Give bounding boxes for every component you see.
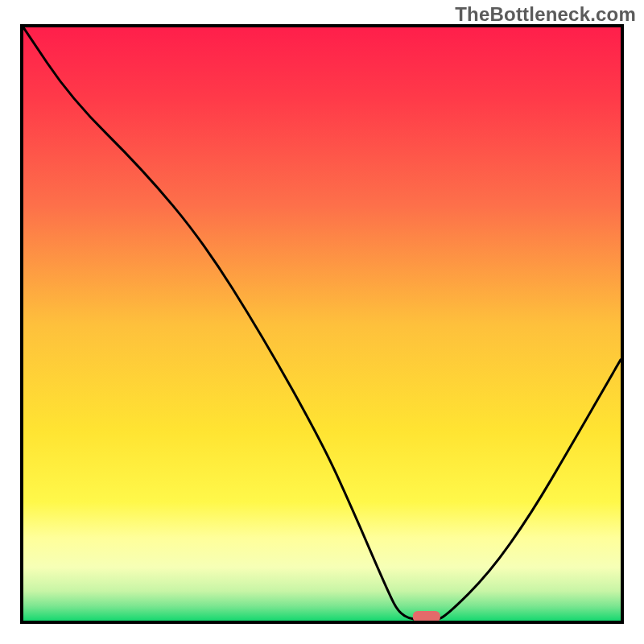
watermark-text: TheBottleneck.com <box>455 3 636 26</box>
plot-svg <box>23 27 621 621</box>
gradient-background <box>23 27 621 621</box>
optimal-marker <box>413 611 440 621</box>
plot-area <box>20 24 624 624</box>
chart-frame: TheBottleneck.com <box>0 0 644 644</box>
